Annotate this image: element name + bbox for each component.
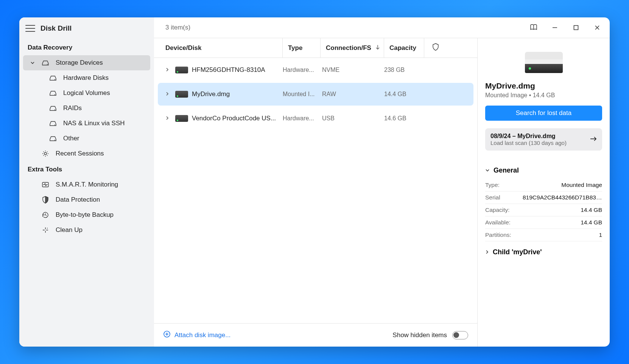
col-capacity[interactable]: Capacity xyxy=(384,38,424,58)
main-area: 3 item(s) Device/Disk Type Connection/FS… xyxy=(154,17,610,347)
heartbeat-icon xyxy=(41,180,50,189)
minimize-button[interactable] xyxy=(549,22,560,33)
device-type: Hardware... xyxy=(283,67,321,73)
svg-point-6 xyxy=(44,152,47,155)
kv-capacity: Capacity:14.4 GB xyxy=(485,204,602,216)
arrow-right-icon xyxy=(590,136,597,143)
sparkle-icon xyxy=(41,226,50,234)
table-row[interactable]: HFM256GDHTNG-8310A Hardware... NVME 238 … xyxy=(158,59,473,81)
col-device[interactable]: Device/Disk xyxy=(154,38,283,58)
child-section-header[interactable]: Child 'myDrive' xyxy=(485,248,602,256)
svg-point-4 xyxy=(54,124,55,125)
sidebar-label: Storage Devices xyxy=(56,59,103,67)
drive-icon xyxy=(41,59,50,67)
app-title: Disk Drill xyxy=(40,24,72,33)
sidebar-item-cleanup[interactable]: Clean Up xyxy=(23,222,150,238)
app-window: Disk Drill Data Recovery Storage Devices… xyxy=(19,17,610,347)
col-type[interactable]: Type xyxy=(283,38,321,58)
close-button[interactable] xyxy=(592,22,603,33)
drive-icon xyxy=(175,115,188,122)
kv-type: Type:Mounted Image xyxy=(485,179,602,191)
sidebar-label: RAIDs xyxy=(63,104,82,112)
drive-icon xyxy=(49,89,57,97)
device-type: Hardware... xyxy=(283,115,321,122)
chevron-right-icon[interactable] xyxy=(165,90,171,98)
last-scan-card[interactable]: 08/9/24 – MyDrive.dmg Load last scan (13… xyxy=(485,128,602,151)
svg-point-0 xyxy=(47,64,48,65)
search-lost-data-button[interactable]: Search for lost data xyxy=(485,106,602,121)
sidebar-label: NAS & Linux via SSH xyxy=(63,120,125,127)
svg-point-5 xyxy=(54,140,55,140)
sidebar-label: Byte-to-byte Backup xyxy=(56,211,114,219)
sidebar-item-other[interactable]: Other xyxy=(23,131,150,146)
gear-icon xyxy=(41,149,50,158)
shield-half-icon xyxy=(41,196,50,204)
show-hidden-toggle[interactable] xyxy=(452,331,468,339)
general-section-header[interactable]: General xyxy=(485,166,602,174)
sort-desc-icon xyxy=(375,44,380,52)
chevron-right-icon xyxy=(485,248,489,256)
chevron-down-icon xyxy=(485,166,490,174)
sidebar: Disk Drill Data Recovery Storage Devices… xyxy=(19,17,154,347)
drive-icon xyxy=(49,104,57,112)
section-extra-tools: Extra Tools xyxy=(19,161,154,177)
col-connection[interactable]: Connection/FS xyxy=(321,38,384,58)
attach-disk-image-button[interactable]: Attach disk image... xyxy=(163,330,230,340)
sidebar-label: Other xyxy=(63,135,79,142)
svg-rect-10 xyxy=(574,26,578,30)
detail-subtitle: Mounted Image • 14.4 GB xyxy=(485,92,602,99)
learn-icon[interactable] xyxy=(528,22,539,33)
topbar: 3 item(s) xyxy=(154,17,610,38)
device-capacity: 14.4 GB xyxy=(384,91,424,98)
table-row[interactable]: VendorCo ProductCode US... Hardware... U… xyxy=(158,107,473,130)
sidebar-label: Recent Sessions xyxy=(56,150,104,157)
table-row[interactable]: MyDrive.dmg Mounted I... RAW 14.4 GB xyxy=(158,83,473,106)
sidebar-label: Logical Volumes xyxy=(63,89,110,97)
chevron-right-icon[interactable] xyxy=(165,66,171,74)
maximize-button[interactable] xyxy=(570,22,582,33)
chevron-right-icon[interactable] xyxy=(165,115,171,122)
kv-available: Available:14.4 GB xyxy=(485,216,602,229)
sidebar-item-raids[interactable]: RAIDs xyxy=(23,101,150,116)
svg-point-2 xyxy=(54,94,55,95)
scan-subtitle: Load last scan (130 days ago) xyxy=(490,140,567,146)
sidebar-item-storage-devices[interactable]: Storage Devices xyxy=(23,55,150,70)
hidden-items-label: Show hidden items xyxy=(392,331,447,339)
menu-icon[interactable] xyxy=(25,25,35,32)
sidebar-item-recent-sessions[interactable]: Recent Sessions xyxy=(23,146,150,161)
bottom-bar: Attach disk image... Show hidden items xyxy=(154,323,477,347)
sidebar-item-smart[interactable]: S.M.A.R.T. Monitoring xyxy=(23,177,150,192)
device-connection: RAW xyxy=(321,91,384,98)
drive-icon xyxy=(49,134,57,143)
sidebar-item-backup[interactable]: Byte-to-byte Backup xyxy=(23,207,150,222)
device-name: HFM256GDHTNG-8310A xyxy=(192,66,265,74)
device-type: Mounted I... xyxy=(283,91,321,98)
device-connection: NVME xyxy=(321,67,384,73)
section-data-recovery: Data Recovery xyxy=(19,39,154,55)
drive-icon xyxy=(49,119,57,128)
history-icon xyxy=(41,211,50,219)
sidebar-item-nas-ssh[interactable]: NAS & Linux via SSH xyxy=(23,116,150,131)
sidebar-label: S.M.A.R.T. Monitoring xyxy=(56,181,118,188)
sidebar-label: Clean Up xyxy=(56,226,83,234)
detail-panel: MyDrive.dmg Mounted Image • 14.4 GB Sear… xyxy=(477,38,610,347)
device-name: MyDrive.dmg xyxy=(192,90,230,98)
device-capacity: 14.6 GB xyxy=(384,115,424,122)
detail-title: MyDrive.dmg xyxy=(485,81,602,90)
sidebar-item-logical-volumes[interactable]: Logical Volumes xyxy=(23,86,150,101)
item-count-label: 3 item(s) xyxy=(165,24,190,31)
kv-serial: Serial819C9A2CB443266D71B8318FDA026CB6 xyxy=(485,191,602,204)
sidebar-item-data-protection[interactable]: Data Protection xyxy=(23,192,150,207)
drive-icon xyxy=(49,74,57,82)
kv-partitions: Partitions:1 xyxy=(485,229,602,241)
sidebar-item-hardware-disks[interactable]: Hardware Disks xyxy=(23,70,150,86)
drive-icon xyxy=(175,67,188,73)
sidebar-label: Hardware Disks xyxy=(63,74,109,82)
chevron-down-icon xyxy=(30,60,35,65)
device-name: VendorCo ProductCode US... xyxy=(192,115,276,122)
col-protection[interactable] xyxy=(424,38,447,58)
drive-illustration xyxy=(525,52,563,73)
svg-point-1 xyxy=(54,79,55,80)
device-capacity: 238 GB xyxy=(384,67,424,73)
drive-icon xyxy=(175,91,188,98)
